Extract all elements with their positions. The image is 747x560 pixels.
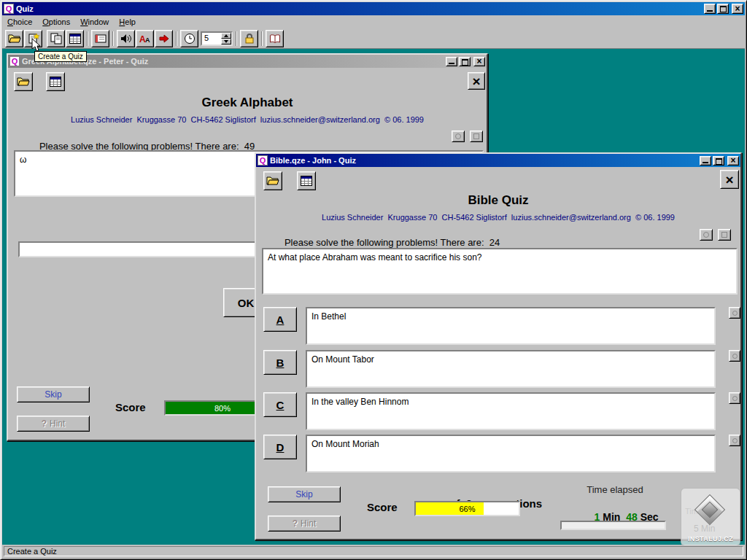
answer-c-text: In the valley Ben Hinnom — [306, 392, 716, 430]
app-icon: Q — [4, 4, 14, 14]
answer-a-text: In Bethel — [306, 307, 716, 345]
bible-skip-button[interactable]: Skip — [268, 486, 341, 502]
greek-statistics-button[interactable] — [46, 72, 65, 91]
bible-quiz-window: Q Bible.qze - John - Quiz × × Bible Quiz… — [255, 152, 742, 540]
table-button[interactable] — [66, 30, 84, 47]
answer-a-sound-button[interactable] — [729, 307, 740, 319]
greek-hint-button[interactable]: ? Hint — [17, 416, 90, 432]
circle-icon — [703, 232, 709, 238]
answer-a-button[interactable]: A — [263, 307, 297, 332]
table-icon — [69, 34, 81, 44]
maximize-icon — [716, 158, 722, 165]
statusbar: Create a Quiz — [2, 545, 745, 558]
answer-b-button[interactable]: B — [263, 350, 297, 375]
bible-question-box: At what place Abraham was meant to sacri… — [262, 248, 738, 295]
menu-help[interactable]: Help — [114, 16, 141, 28]
greek-close-button[interactable]: × — [473, 57, 485, 66]
menu-choice[interactable]: Choice — [2, 16, 37, 28]
quiz-app-window: Q Quiz × Choice Options Window Help — [0, 0, 747, 560]
minimize-button[interactable] — [704, 4, 716, 14]
up-arrow-icon — [224, 34, 228, 37]
greek-minimize-button[interactable] — [446, 57, 457, 66]
toolbar-separator — [112, 31, 114, 46]
spinner-up-button[interactable] — [221, 33, 231, 39]
close-button[interactable]: × — [732, 4, 743, 14]
mouse-cursor-icon — [31, 38, 41, 52]
greek-image-mini-button[interactable] — [470, 131, 483, 142]
minimize-icon — [449, 63, 454, 64]
spinner-value[interactable]: 5 — [202, 33, 221, 44]
bible-hint-label: Hint — [301, 518, 316, 529]
bible-maximize-button[interactable] — [713, 156, 724, 166]
menu-options[interactable]: Options — [37, 16, 75, 28]
help-book-button[interactable] — [266, 30, 284, 47]
hint-icon: ? — [293, 518, 298, 529]
bible-exit-button[interactable]: × — [720, 170, 739, 189]
hint-icon: ? — [42, 419, 47, 429]
bible-window-title: Bible.qze - John - Quiz — [270, 156, 697, 165]
bible-close-button[interactable]: × — [727, 156, 739, 166]
table-icon — [50, 77, 61, 87]
next-button[interactable] — [155, 30, 173, 47]
answer-c-button[interactable]: C — [263, 392, 297, 417]
answer-b-text: On Mount Tabor — [306, 350, 716, 388]
bible-titlebar[interactable]: Q Bible.qze - John - Quiz × — [256, 154, 740, 167]
tooltip: Create a Quiz — [34, 51, 87, 62]
flashcard-icon — [95, 34, 107, 44]
book-icon — [269, 34, 281, 44]
toolbar-separator — [87, 31, 88, 46]
greek-exit-button[interactable]: × — [468, 72, 485, 90]
answer-d-sound-button[interactable] — [729, 435, 740, 446]
bible-score-label: Score — [367, 501, 398, 513]
status-text: Create a Quiz — [4, 546, 743, 556]
maximize-button[interactable] — [717, 4, 729, 14]
copy-icon — [50, 33, 62, 44]
greek-skip-button[interactable]: Skip — [17, 386, 90, 402]
timer-button[interactable] — [180, 30, 198, 47]
toolbar-separator — [261, 31, 263, 46]
copy-button[interactable] — [47, 30, 65, 47]
bible-open-button[interactable] — [263, 171, 282, 190]
bible-sound-mini-button[interactable] — [700, 229, 713, 241]
bible-statistics-button[interactable] — [297, 171, 316, 190]
clock-icon — [184, 33, 196, 44]
greek-score-label: Score — [115, 401, 146, 413]
bible-score-percent: 66% — [416, 502, 519, 515]
main-window-title: Quiz — [16, 4, 702, 13]
circle-icon — [732, 438, 738, 443]
mdi-area: Q Greek Alphabet.qze - Peter - Quiz × × … — [2, 49, 745, 545]
bible-image-mini-button[interactable] — [718, 229, 731, 241]
circle-icon — [455, 133, 461, 139]
open-folder-icon — [266, 176, 279, 186]
lock-button[interactable] — [240, 30, 258, 47]
card-button[interactable] — [91, 30, 109, 47]
lock-icon — [244, 33, 255, 44]
open-folder-icon — [17, 77, 30, 87]
circle-icon — [732, 396, 738, 401]
greek-sound-mini-button[interactable] — [452, 131, 465, 142]
circle-icon — [732, 311, 738, 316]
main-titlebar[interactable]: Q Quiz × — [2, 2, 745, 15]
greek-open-button[interactable] — [14, 72, 33, 91]
font-button[interactable]: AA — [136, 30, 154, 47]
circle-icon — [732, 354, 738, 359]
minimize-icon — [703, 162, 708, 163]
spinner-down-button[interactable] — [221, 39, 231, 44]
bible-question-count: 24 — [489, 237, 500, 248]
time-limit-spinner[interactable]: 5 — [201, 31, 233, 46]
open-folder-icon — [8, 34, 21, 44]
greek-quiz-heading: Greek Alphabet — [8, 96, 487, 110]
toolbar-separator — [176, 31, 177, 46]
bible-minimize-button[interactable] — [700, 156, 711, 166]
maximize-icon — [720, 6, 727, 12]
open-quiz-button[interactable] — [5, 30, 23, 47]
menu-window[interactable]: Window — [75, 16, 114, 28]
red-arrow-icon — [158, 34, 170, 44]
maximize-icon — [462, 59, 468, 66]
sound-button[interactable] — [117, 30, 135, 47]
answer-d-button[interactable]: D — [263, 435, 297, 459]
greek-maximize-button[interactable] — [459, 57, 471, 66]
bible-hint-button[interactable]: ? Hint — [268, 516, 341, 532]
answer-c-sound-button[interactable] — [729, 392, 740, 404]
answer-b-sound-button[interactable] — [729, 350, 740, 362]
